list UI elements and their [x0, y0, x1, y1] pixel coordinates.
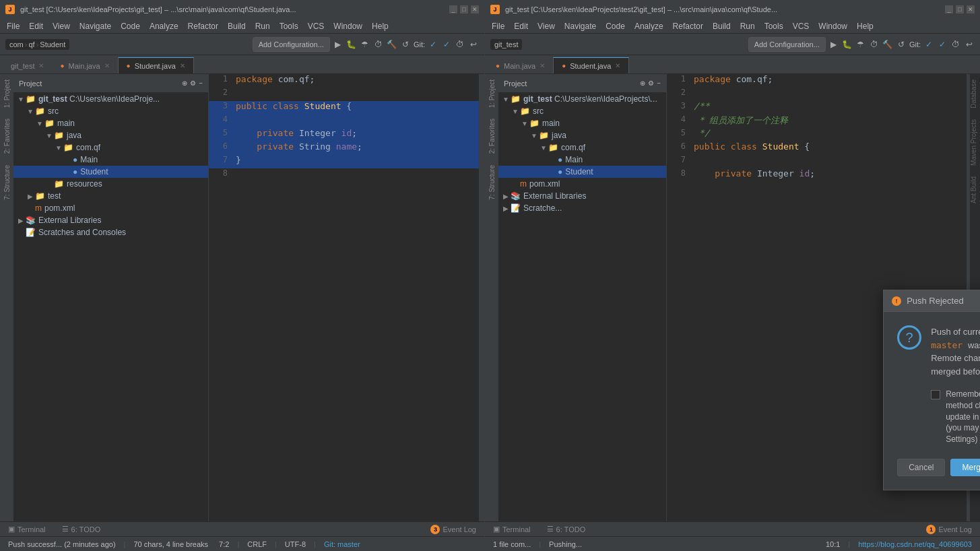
menu-edit[interactable]: Edit [25, 20, 47, 32]
update-icon[interactable]: ↺ [400, 39, 411, 50]
tree-scratches[interactable]: 📝 Scratches and Consoles [13, 226, 208, 238]
right-sidebar-minimize-icon[interactable]: − [657, 79, 661, 87]
git-check2-icon[interactable]: ✓ [441, 39, 452, 50]
vtab-project[interactable]: 1: Project [1, 74, 13, 113]
tree-resources[interactable]: 📁 resources [13, 178, 208, 190]
right-tree-scratches[interactable]: ▶ 📝 Scratche... [498, 202, 666, 214]
right-menu-window[interactable]: Window [814, 20, 851, 32]
tree-main-java[interactable]: ● Main [13, 154, 208, 166]
right-menu-refactor[interactable]: Refactor [669, 20, 707, 32]
build-icon[interactable]: 🔨 [387, 39, 397, 50]
right-menu-tools[interactable]: Tools [760, 20, 787, 32]
menu-code[interactable]: Code [117, 20, 144, 32]
right-menu-run[interactable]: Run [736, 20, 759, 32]
tree-student-java[interactable]: ● Student [13, 166, 208, 178]
tree-src[interactable]: ▼ 📁 src [13, 105, 208, 117]
menu-file[interactable]: File [3, 20, 24, 32]
right-tree-external-libraries[interactable]: ▶ 📚 External Libraries [498, 190, 666, 202]
sidebar-settings-icon[interactable]: ⚙ [190, 79, 196, 87]
right-git-checkmark-icon[interactable]: ✓ [923, 39, 934, 50]
breadcrumb-qf[interactable]: qf [28, 40, 34, 48]
left-scrollbar[interactable] [479, 74, 484, 521]
coverage-icon[interactable]: ☂ [360, 39, 370, 50]
left-encoding[interactable]: UTF-8 [282, 540, 308, 548]
right-tree-java[interactable]: ▼ 📁 java [498, 129, 666, 141]
right-tree-main-java[interactable]: ● Main [498, 154, 666, 166]
menu-analyze[interactable]: Analyze [145, 20, 183, 32]
right-build-icon[interactable]: 🔨 [882, 39, 893, 50]
right-tab-main-java[interactable]: ● Main.java ✕ [488, 57, 553, 73]
tree-external-libraries[interactable]: ▶ 📚 External Libraries [13, 214, 208, 226]
run-icon[interactable]: ▶ [333, 39, 344, 50]
git-checkmark-icon[interactable]: ✓ [428, 39, 438, 50]
dialog-cancel-button[interactable]: Cancel [897, 459, 945, 476]
right-tree-student-java[interactable]: ● Student [498, 166, 666, 178]
left-crlf[interactable]: CRLF [244, 540, 269, 548]
menu-refactor[interactable]: Refactor [184, 20, 222, 32]
dialog-checkbox[interactable] [931, 390, 940, 399]
right-close-button[interactable]: ✕ [967, 5, 975, 13]
left-terminal-tab[interactable]: ▣ Terminal [0, 522, 54, 537]
tree-git-test-root[interactable]: ▼ 📁 git_test C:\Users\ken\IdeaProje... [13, 93, 208, 105]
git-history-icon[interactable]: ⏱ [455, 39, 465, 50]
menu-view[interactable]: View [48, 20, 74, 32]
right-minimize-button[interactable]: _ [945, 5, 953, 13]
right-tree-main[interactable]: ▼ 📁 main [498, 117, 666, 129]
tab-git-test-close[interactable]: ✕ [38, 62, 44, 69]
breadcrumb-com[interactable]: com [9, 40, 24, 48]
vtab-favorites[interactable]: 2: Favorites [1, 113, 13, 159]
right-menu-vcs[interactable]: VCS [789, 20, 814, 32]
right-menu-build[interactable]: Build [709, 20, 735, 32]
right-menu-analyze[interactable]: Analyze [630, 20, 667, 32]
tab-student-java[interactable]: ● Student.java ✕ [118, 57, 194, 73]
tree-com-qf[interactable]: ▼ 📁 com.qf [13, 141, 208, 154]
right-sidebar-settings-icon[interactable]: ⚙ [648, 79, 654, 87]
right-menu-navigate[interactable]: Navigate [560, 20, 600, 32]
right-git-history-icon[interactable]: ⏱ [950, 39, 961, 50]
git-undo-icon[interactable]: ↩ [468, 39, 479, 50]
right-menu-view[interactable]: View [533, 20, 559, 32]
right-profile-icon[interactable]: ⏱ [869, 39, 880, 50]
right-tab-student-java-close[interactable]: ✕ [615, 62, 620, 69]
right-git-check2-icon[interactable]: ✓ [937, 39, 948, 50]
profile-icon[interactable]: ⏱ [373, 39, 384, 50]
right-tree-git-test-root[interactable]: ▼ 📁 git_test C:\Users\ken\IdeaProjects\.… [498, 93, 666, 105]
left-minimize-button[interactable]: _ [449, 5, 457, 13]
right-url[interactable]: https://blog.csdn.net/qq_40699603 [855, 540, 975, 548]
tab-main-java[interactable]: ● Main.java ✕ [52, 57, 117, 73]
tree-java[interactable]: ▼ 📁 java [13, 129, 208, 141]
tab-git-test[interactable]: git_test ✕ [3, 57, 52, 73]
tree-pom-xml[interactable]: m pom.xml [13, 202, 208, 214]
left-add-configuration-button[interactable]: Add Configuration... [253, 37, 330, 52]
right-run-icon[interactable]: ▶ [828, 39, 839, 50]
menu-build[interactable]: Build [224, 20, 250, 32]
right-vtab-structure[interactable]: 7: Structure [486, 160, 498, 205]
right-terminal-tab[interactable]: ▣ Terminal [485, 522, 539, 537]
tab-main-java-close[interactable]: ✕ [104, 62, 110, 69]
right-add-configuration-button[interactable]: Add Configuration... [748, 37, 826, 52]
right-sidebar-expand-icon[interactable]: ⊕ [640, 79, 645, 87]
debug-icon[interactable]: 🐛 [346, 39, 357, 50]
right-coverage-icon[interactable]: ☂ [855, 39, 866, 50]
right-tab-main-java-close[interactable]: ✕ [540, 62, 545, 69]
right-tree-com-qf[interactable]: ▼ 📁 com.qf [498, 141, 666, 154]
menu-navigate[interactable]: Navigate [75, 20, 115, 32]
right-vtab-project[interactable]: 1: Project [486, 74, 498, 113]
vtab-structure[interactable]: 7: Structure [1, 160, 13, 205]
right-tree-src[interactable]: ▼ 📁 src [498, 105, 666, 117]
left-code-editor[interactable]: 1 package com.qf; 2 3 public class Stude… [209, 74, 479, 521]
tree-test[interactable]: ▶ 📁 test [13, 190, 208, 202]
menu-help[interactable]: Help [368, 20, 393, 32]
right-todo-tab[interactable]: ☰ 6: TODO [539, 522, 594, 537]
menu-window[interactable]: Window [329, 20, 366, 32]
breadcrumb-student[interactable]: Student [40, 40, 65, 48]
left-event-log-tab[interactable]: 3 Event Log [422, 522, 484, 537]
tree-main[interactable]: ▼ 📁 main [13, 117, 208, 129]
right-maximize-button[interactable]: □ [956, 5, 964, 13]
menu-run[interactable]: Run [251, 20, 274, 32]
menu-tools[interactable]: Tools [275, 20, 302, 32]
left-todo-tab[interactable]: ☰ 6: TODO [54, 522, 109, 537]
right-menu-edit[interactable]: Edit [510, 20, 532, 32]
tab-student-java-close[interactable]: ✕ [180, 62, 185, 69]
right-tab-student-java[interactable]: ● Student.java ✕ [553, 57, 629, 73]
